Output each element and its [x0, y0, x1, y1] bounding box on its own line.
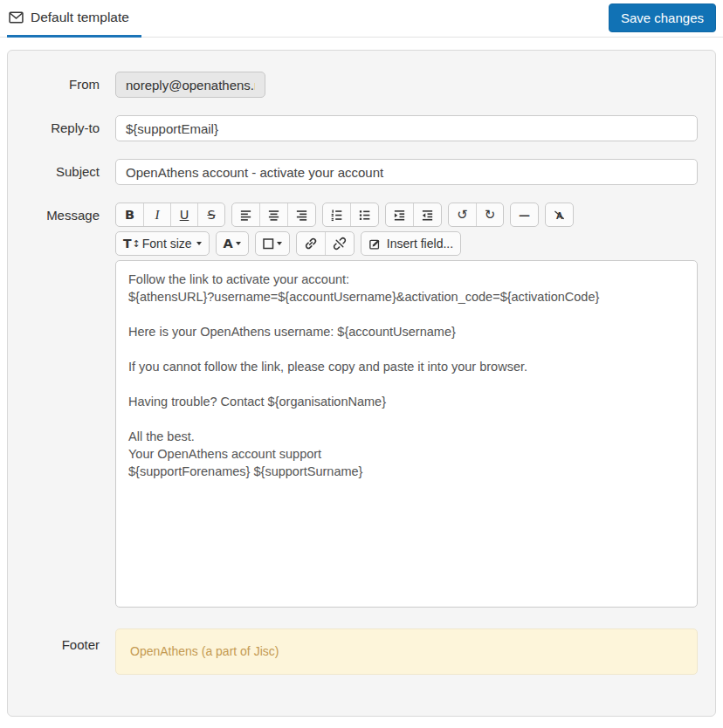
chevron-down-icon: [236, 242, 241, 245]
unlink-button[interactable]: [325, 232, 354, 255]
bold-icon: B: [125, 208, 134, 222]
text-style-group: B I U S: [115, 203, 225, 227]
chevron-down-icon: [196, 242, 202, 245]
underline-icon: U: [180, 208, 189, 222]
bold-button[interactable]: B: [116, 203, 143, 226]
footer-preview: OpenAthens (a part of Jisc): [115, 628, 698, 675]
remove-format-icon: A: [553, 209, 566, 222]
font-color-group: A: [216, 231, 249, 256]
indent-icon: [393, 209, 406, 222]
align-right-icon: [295, 209, 308, 222]
remove-format-group: A: [545, 203, 574, 227]
undo-button[interactable]: ↺: [449, 203, 476, 226]
align-center-icon: [267, 209, 280, 222]
save-changes-button[interactable]: Save changes: [609, 3, 716, 32]
reply-to-row: Reply-to: [25, 115, 698, 141]
background-color-group: [255, 231, 290, 256]
message-editor[interactable]: Follow the link to activate your account…: [115, 260, 698, 608]
link-icon: [304, 237, 318, 251]
editor-toolbar-row-1: B I U S: [115, 203, 698, 227]
editor-toolbar-row-2: T↕ Font size A: [115, 231, 698, 256]
from-row: From: [25, 72, 698, 98]
font-color-icon: A: [224, 237, 233, 251]
reply-to-input[interactable]: [115, 115, 698, 141]
alignment-group: [231, 203, 316, 227]
tab-label: Default template: [31, 10, 129, 25]
align-right-button[interactable]: [287, 203, 315, 226]
reply-to-label: Reply-to: [25, 115, 100, 135]
header-bar: Default template Save changes: [0, 0, 723, 38]
italic-button[interactable]: I: [143, 203, 170, 226]
message-row: Message B I U S: [25, 203, 698, 611]
message-editor-wrapper: B I U S: [115, 203, 698, 611]
font-color-button[interactable]: A: [217, 232, 248, 255]
chevron-down-icon: [277, 242, 282, 245]
subject-row: Subject: [25, 159, 698, 185]
align-left-icon: [239, 209, 252, 222]
indent-group: [385, 203, 442, 227]
redo-icon: ↻: [485, 209, 496, 222]
underline-button[interactable]: U: [170, 203, 197, 226]
unordered-list-button[interactable]: [350, 203, 378, 226]
unlink-icon: [333, 237, 347, 251]
indent-button[interactable]: [386, 203, 413, 226]
from-input: [115, 72, 265, 98]
link-button[interactable]: [297, 232, 325, 255]
horizontal-rule-icon: —: [519, 209, 530, 222]
insert-field-button[interactable]: Insert field...: [362, 232, 460, 255]
insert-field-icon: [368, 237, 382, 251]
italic-icon: I: [155, 208, 160, 223]
background-color-icon: [263, 238, 274, 250]
font-size-icon: T: [123, 237, 132, 251]
unordered-list-icon: [358, 209, 371, 222]
from-label: From: [25, 72, 100, 92]
horizontal-rule-button[interactable]: —: [511, 203, 538, 226]
align-left-button[interactable]: [232, 203, 259, 226]
insert-field-group: Insert field...: [361, 231, 461, 256]
footer-row: Footer OpenAthens (a part of Jisc): [25, 628, 698, 675]
tab-default-template[interactable]: Default template: [7, 0, 141, 38]
link-group: [296, 231, 355, 256]
font-size-arrows-icon: ↕: [133, 238, 141, 250]
footer-label: Footer: [25, 628, 100, 652]
list-group: [322, 203, 379, 227]
strikethrough-icon: S: [207, 208, 215, 222]
footer-text: OpenAthens (a part of Jisc): [130, 644, 279, 658]
align-center-button[interactable]: [259, 203, 287, 226]
strikethrough-button[interactable]: S: [197, 203, 224, 226]
subject-label: Subject: [25, 159, 100, 179]
ordered-list-button[interactable]: [323, 203, 350, 226]
font-size-dropdown[interactable]: T↕ Font size: [116, 232, 209, 255]
insert-field-label: Insert field...: [387, 237, 453, 251]
font-size-group: T↕ Font size: [115, 231, 210, 256]
email-template-form: From Reply-to Subject Message B I U S: [7, 50, 716, 717]
subject-input[interactable]: [115, 159, 698, 185]
history-group: ↺ ↻: [448, 203, 504, 227]
envelope-icon: [9, 11, 24, 24]
font-size-label: Font size: [142, 237, 192, 251]
horizontal-rule-group: —: [510, 203, 539, 227]
remove-format-button[interactable]: A: [546, 203, 573, 226]
message-label: Message: [25, 203, 100, 223]
undo-icon: ↺: [457, 209, 468, 222]
outdent-icon: [421, 209, 434, 222]
outdent-button[interactable]: [413, 203, 441, 226]
redo-button[interactable]: ↻: [476, 203, 503, 226]
background-color-button[interactable]: [256, 232, 289, 255]
ordered-list-icon: [330, 209, 343, 222]
